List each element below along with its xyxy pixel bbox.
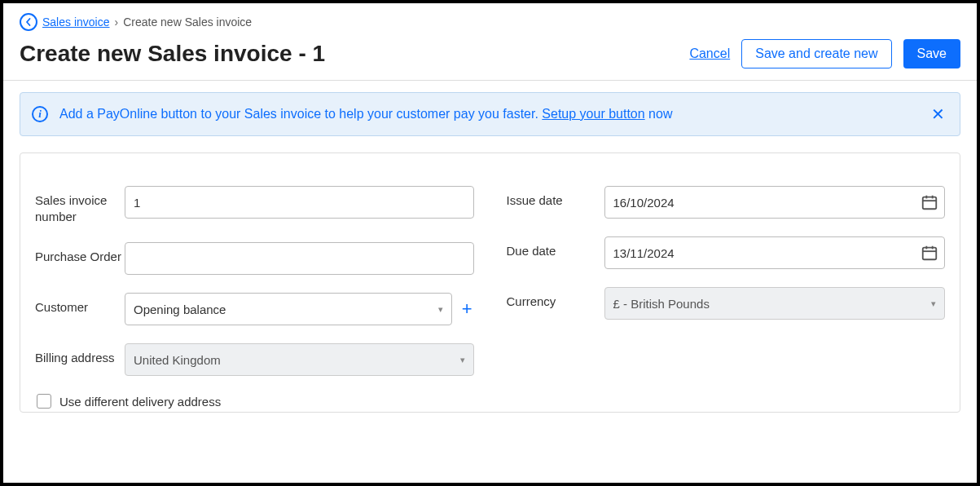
customer-label: Customer — [35, 293, 125, 316]
form-right-column: Issue date Due date — [507, 186, 946, 409]
banner-text-pre: Add a PayOnline button to your Sales inv… — [59, 107, 542, 121]
delivery-address-checkbox-label: Use different delivery address — [59, 395, 221, 409]
svg-rect-0 — [923, 197, 937, 210]
back-icon[interactable] — [20, 13, 37, 31]
billing-address-label: Billing address — [35, 343, 125, 366]
page-title: Create new Sales invoice - 1 — [20, 41, 689, 67]
page-header: Create new Sales invoice - 1 Cancel Save… — [20, 39, 960, 68]
breadcrumb-parent-link[interactable]: Sales invoice — [42, 15, 110, 29]
svg-rect-4 — [923, 248, 937, 260]
customer-select-value: Opening balance — [134, 303, 226, 316]
form-card: Sales invoice number Purchase Order Cust… — [20, 152, 960, 413]
save-and-create-new-button[interactable]: Save and create new — [741, 39, 891, 68]
header-actions: Cancel Save and create new Save — [689, 39, 960, 68]
due-date-label: Due date — [507, 236, 604, 259]
breadcrumb-current: Create new Sales invoice — [123, 15, 252, 29]
purchase-order-input[interactable] — [125, 242, 474, 275]
currency-label: Currency — [507, 287, 604, 310]
breadcrumb: Sales invoice › Create new Sales invoice — [20, 13, 960, 31]
billing-address-value: United Kingdom — [134, 353, 221, 367]
customer-select[interactable]: Opening balance ▾ — [125, 293, 452, 325]
delivery-address-checkbox[interactable] — [37, 394, 51, 409]
calendar-icon[interactable] — [921, 193, 938, 211]
banner-text-post: now — [645, 107, 673, 121]
info-banner: i Add a PayOnline button to your Sales i… — [20, 92, 960, 136]
chevron-down-icon: ▾ — [460, 355, 465, 365]
banner-setup-link[interactable]: Setup your button — [542, 107, 644, 121]
invoice-number-label: Sales invoice number — [35, 186, 125, 224]
invoice-number-input[interactable] — [125, 186, 474, 219]
chevron-down-icon: ▾ — [438, 304, 443, 315]
header-divider — [3, 80, 977, 81]
currency-select-value: £ - British Pounds — [613, 297, 710, 311]
cancel-button[interactable]: Cancel — [689, 46, 730, 61]
issue-date-input[interactable] — [604, 186, 946, 219]
due-date-input[interactable] — [604, 236, 946, 269]
form-left-column: Sales invoice number Purchase Order Cust… — [35, 186, 474, 409]
breadcrumb-separator: › — [115, 15, 119, 29]
banner-message: Add a PayOnline button to your Sales inv… — [59, 107, 928, 122]
chevron-down-icon: ▾ — [931, 298, 936, 309]
currency-select[interactable]: £ - British Pounds ▾ — [604, 287, 946, 320]
calendar-icon[interactable] — [921, 244, 938, 262]
info-icon: i — [32, 106, 48, 122]
add-customer-button[interactable]: + — [460, 300, 474, 318]
close-icon[interactable]: ✕ — [928, 104, 948, 124]
billing-address-select[interactable]: United Kingdom ▾ — [125, 343, 474, 376]
purchase-order-label: Purchase Order — [35, 242, 125, 265]
save-button[interactable]: Save — [903, 39, 960, 68]
issue-date-label: Issue date — [507, 186, 604, 209]
